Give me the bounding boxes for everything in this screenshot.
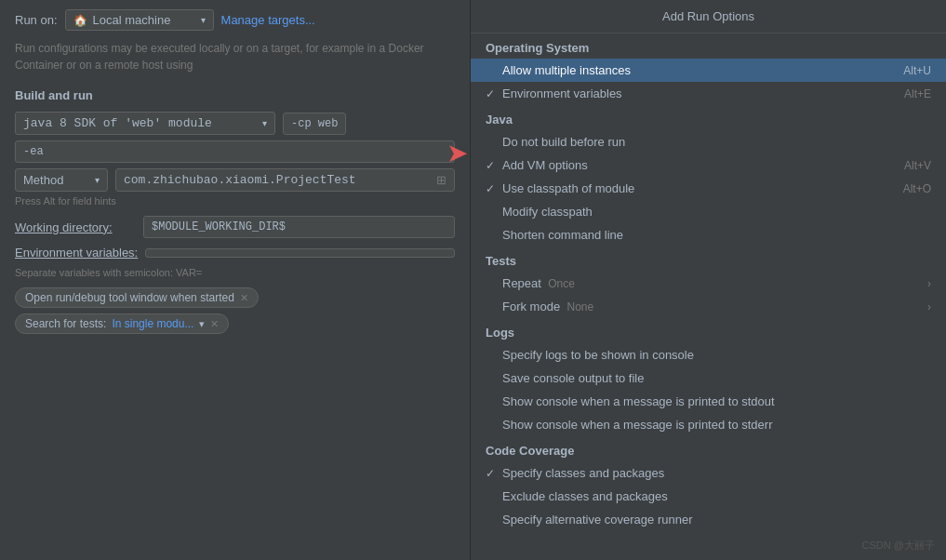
run-on-label: Run on: [15,13,58,27]
repeat-arrow-icon: › [927,277,931,290]
shortcut-add-vm: Alt+V [904,159,931,172]
working-dir-field[interactable]: $MODULE_WORKING_DIR$ [143,216,455,238]
tag-search-value: In single modu... [112,317,193,330]
menu-label-shorten-cmd: Shorten command line [502,228,931,242]
cp-field[interactable]: -cp web [283,113,346,135]
menu-item-show-stdout[interactable]: Show console when a message is printed t… [471,390,946,413]
menu-label-add-vm: Add VM options [502,158,886,172]
menu-label-env-vars: Environment variables [502,87,886,100]
menu-label-classpath-module: Use classpath of module [502,181,885,195]
build-run-title: Build and run [15,88,455,102]
run-on-dropdown[interactable]: 🏠 Local machine ▾ [65,9,214,31]
section-header-tests: Tests [471,247,946,272]
menu-item-exclude-classes[interactable]: Exclude classes and packages [471,485,946,508]
hint-text: Press Alt for field hints [15,195,455,207]
method-chevron-icon: ▾ [95,175,100,185]
env-vars-field[interactable] [145,248,455,258]
class-field[interactable]: com.zhichubao.xiaomi.ProjectTest ⊞ [115,168,455,192]
menu-item-add-vm[interactable]: ✓ Add VM options Alt+V [471,153,946,177]
java-chevron-icon: ▾ [262,118,267,128]
class-browse-icon[interactable]: ⊞ [436,173,446,187]
local-machine-label: Local machine [93,13,171,27]
section-header-coverage: Code Coverage [471,436,946,461]
env-vars-label: Environment variables: [15,246,138,260]
section-logs: Logs Specify logs to be shown in console… [471,318,946,436]
manage-targets-link[interactable]: Manage targets... [221,13,315,27]
section-tests: Tests Repeat Once › Fork mode None › [471,247,946,318]
env-vars-row: Environment variables: [15,246,455,260]
java-row: java 8 SDK of 'web' module ▾ -cp web [15,112,455,135]
section-header-os: Operating System [471,33,946,59]
check-icon-specify-classes: ✓ [486,467,502,480]
java-dropdown[interactable]: java 8 SDK of 'web' module ▾ [15,112,275,135]
class-value: com.zhichubao.xiaomi.ProjectTest [124,173,356,187]
section-java: Java Do not build before run ✓ Add VM op… [471,105,946,247]
menu-label-alt-coverage: Specify alternative coverage runner [502,513,931,527]
section-code-coverage: Code Coverage ✓ Specify classes and pack… [471,436,946,531]
repeat-value: Once [545,277,575,290]
watermark: CSDN @大丽子 [862,539,935,553]
tag-run-debug-close-icon[interactable]: ✕ [240,292,248,304]
menu-item-shorten-cmd[interactable]: Shorten command line [471,223,946,247]
menu-label-specify-classes: Specify classes and packages [502,466,931,480]
tag-search-close-icon[interactable]: ✕ [210,318,219,330]
ea-field[interactable]: -ea [15,140,455,163]
shortcut-classpath-module: Alt+O [903,182,931,195]
menu-label-repeat: Repeat Once [502,276,927,290]
chevron-down-icon: ▾ [201,15,206,25]
menu-label-show-stdout: Show console when a message is printed t… [502,394,931,408]
menu-item-allow-multiple[interactable]: Allow multiple instances Alt+U [471,59,946,82]
menu-item-no-build[interactable]: Do not build before run [471,130,946,153]
section-header-logs: Logs [471,318,946,343]
menu-label-specify-logs: Specify logs to be shown in console [502,348,931,362]
tag-search-tests[interactable]: Search for tests: In single modu... ▾ ✕ [15,313,229,334]
check-icon-classpath-module: ✓ [486,182,502,195]
menu-label-show-stderr: Show console when a message is printed t… [502,418,931,432]
java-sdk-label: java 8 SDK of 'web' module [23,116,212,130]
menu-label-save-console: Save console output to file [502,371,931,385]
build-run-section: Build and run java 8 SDK of 'web' module… [15,88,455,207]
menu-label-exclude-classes: Exclude classes and packages [502,489,931,503]
working-dir-row: Working directory: $MODULE_WORKING_DIR$ [15,216,455,238]
menu-item-fork-mode[interactable]: Fork mode None › [471,295,946,318]
menu-label-no-build: Do not build before run [502,135,913,149]
method-dropdown[interactable]: Method ▾ [15,168,108,192]
section-operating-system: Operating System Allow multiple instance… [471,33,946,105]
menu-item-env-vars[interactable]: ✓ Environment variables Alt+E [471,82,946,105]
dropdown-panel-header: Add Run Options [471,0,946,33]
check-icon-env-vars: ✓ [486,87,502,100]
shortcut-env-vars: Alt+E [904,87,931,100]
menu-item-classpath-module[interactable]: ✓ Use classpath of module Alt+O [471,177,946,200]
fork-mode-value: None [564,300,593,313]
method-label: Method [23,173,63,187]
menu-item-specify-classes[interactable]: ✓ Specify classes and packages [471,461,946,485]
check-icon-add-vm: ✓ [486,159,502,172]
method-row: Method ▾ com.zhichubao.xiaomi.ProjectTes… [15,168,455,192]
menu-item-show-stderr[interactable]: Show console when a message is printed t… [471,413,946,436]
menu-label-modify-classpath: Modify classpath [502,205,931,219]
menu-item-save-console[interactable]: Save console output to file [471,367,946,390]
menu-item-specify-logs[interactable]: Specify logs to be shown in console [471,343,946,367]
red-arrow: ➤ [446,138,468,168]
tag-row: Open run/debug tool window when started … [15,287,455,308]
menu-item-repeat[interactable]: Repeat Once › [471,272,946,295]
house-icon: 🏠 [73,14,87,27]
tag-run-debug[interactable]: Open run/debug tool window when started … [15,287,259,308]
tag-row-2: Search for tests: In single modu... ▾ ✕ [15,313,455,334]
shortcut-allow-multiple: Alt+U [903,64,931,77]
sep-hint: Separate variables with semicolon: VAR= [15,267,455,278]
menu-item-modify-classpath[interactable]: Modify classpath [471,200,946,223]
dropdown-panel: Add Run Options Operating System Allow m… [470,0,946,560]
section-header-java: Java [471,105,946,130]
description-text: Run configurations may be executed local… [15,40,455,73]
run-on-row: Run on: 🏠 Local machine ▾ Manage targets… [15,9,455,31]
fork-mode-arrow-icon: › [927,300,931,313]
tag-search-chevron-icon[interactable]: ▾ [199,318,205,330]
menu-label-allow-multiple: Allow multiple instances [502,63,885,77]
working-dir-label: Working directory: [15,220,136,234]
menu-label-fork-mode: Fork mode None [502,300,927,313]
left-panel: Run on: 🏠 Local machine ▾ Manage targets… [0,0,470,560]
menu-item-alt-coverage[interactable]: Specify alternative coverage runner [471,508,946,531]
